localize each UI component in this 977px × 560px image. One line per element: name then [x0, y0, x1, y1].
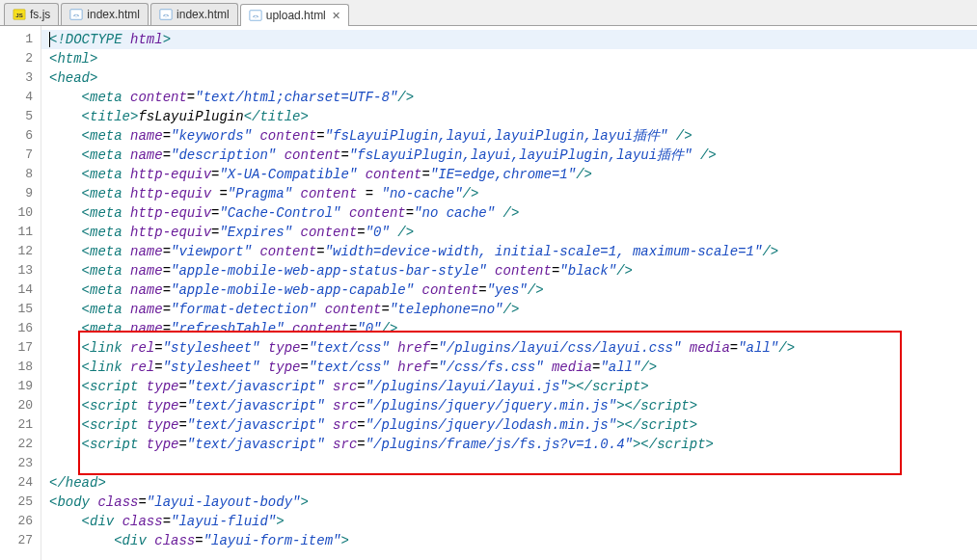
- svg-text:<>: <>: [253, 13, 258, 19]
- line-number: 21: [0, 415, 41, 435]
- editor-tab-2[interactable]: <>index.html: [150, 3, 238, 25]
- code-line[interactable]: <link rel="stylesheet" type="text/css" h…: [41, 338, 977, 358]
- html-file-icon: <>: [249, 9, 262, 22]
- code-line[interactable]: <head>: [41, 68, 977, 88]
- line-number: 12: [0, 242, 41, 261]
- line-number: 5: [0, 107, 41, 126]
- tab-label: index.html: [87, 8, 140, 21]
- code-editor[interactable]: 1234567891011121314151617181920212223242…: [0, 26, 977, 560]
- code-line[interactable]: <meta name="description" content="fsLayu…: [41, 146, 977, 165]
- line-number: 24: [0, 473, 41, 493]
- code-line[interactable]: <body class="layui-layout-body">: [41, 493, 977, 512]
- line-number: 16: [0, 319, 41, 338]
- js-file-icon: JS: [13, 8, 26, 21]
- code-line[interactable]: <meta http-equiv ="Pragma" content = "no…: [41, 184, 977, 203]
- line-number: 14: [0, 280, 41, 300]
- line-number: 10: [0, 203, 41, 223]
- code-line[interactable]: <meta http-equiv="X-UA-Compatible" conte…: [41, 165, 977, 184]
- line-number: 6: [0, 126, 41, 146]
- tab-label: upload.html: [266, 9, 326, 22]
- line-number: 19: [0, 377, 41, 396]
- svg-text:<>: <>: [73, 13, 79, 18]
- code-line[interactable]: <script type="text/javascript" src="/plu…: [41, 415, 977, 435]
- code-line[interactable]: <meta name="apple-mobile-web-app-capable…: [41, 280, 977, 300]
- code-line[interactable]: <title>fsLayuiPlugin</title>: [41, 107, 977, 126]
- line-number: 9: [0, 184, 41, 203]
- editor-tab-3[interactable]: <>upload.html✕: [240, 4, 349, 26]
- html-file-icon: <>: [159, 8, 173, 21]
- line-number: 23: [0, 454, 41, 473]
- code-line[interactable]: <meta name="keywords" content="fsLayuiPl…: [41, 126, 977, 146]
- tab-close-icon[interactable]: ✕: [332, 10, 340, 22]
- line-number: 22: [0, 435, 41, 454]
- line-number: 25: [0, 493, 41, 512]
- line-number: 1: [0, 30, 41, 49]
- code-line[interactable]: <!DOCTYPE html>: [41, 30, 977, 49]
- editor-tabbar: JSfs.js<>index.html<>index.html<>upload.…: [0, 0, 977, 26]
- svg-text:JS: JS: [15, 12, 22, 18]
- code-line[interactable]: <script type="text/javascript" src="/plu…: [41, 396, 977, 415]
- line-number: 17: [0, 338, 41, 358]
- code-line[interactable]: <meta name="format-detection" content="t…: [41, 300, 977, 319]
- tab-label: fs.js: [30, 8, 50, 21]
- line-number: 4: [0, 88, 41, 107]
- line-number: 26: [0, 512, 41, 531]
- line-number: 15: [0, 300, 41, 319]
- editor-tab-0[interactable]: JSfs.js: [4, 3, 59, 25]
- code-line[interactable]: <meta name="apple-mobile-web-app-status-…: [41, 261, 977, 280]
- code-line[interactable]: <meta name="viewport" content="width=dev…: [41, 242, 977, 261]
- svg-text:<>: <>: [163, 13, 169, 18]
- html-file-icon: <>: [69, 8, 83, 21]
- line-number: 2: [0, 49, 41, 68]
- line-number: 3: [0, 68, 41, 88]
- code-line[interactable]: [41, 454, 977, 473]
- code-area[interactable]: <!DOCTYPE html><html><head> <meta conten…: [41, 26, 977, 560]
- code-line[interactable]: <meta http-equiv="Expires" content="0" /…: [41, 223, 977, 242]
- line-number: 27: [0, 531, 41, 550]
- editor-tab-1[interactable]: <>index.html: [61, 3, 149, 25]
- code-line[interactable]: <div class="layui-form-item">: [41, 531, 977, 550]
- code-line[interactable]: <html>: [41, 49, 977, 68]
- line-number-gutter: 1234567891011121314151617181920212223242…: [0, 26, 41, 560]
- code-line[interactable]: <script type="text/javascript" src="/plu…: [41, 435, 977, 454]
- code-line[interactable]: <div class="layui-fluid">: [41, 512, 977, 531]
- line-number: 20: [0, 396, 41, 415]
- code-line[interactable]: <link rel="stylesheet" type="text/css" h…: [41, 358, 977, 377]
- code-line[interactable]: <script type="text/javascript" src="/plu…: [41, 377, 977, 396]
- code-line[interactable]: <meta http-equiv="Cache-Control" content…: [41, 203, 977, 223]
- code-line[interactable]: </head>: [41, 473, 977, 493]
- line-number: 7: [0, 146, 41, 165]
- line-number: 8: [0, 165, 41, 184]
- line-number: 13: [0, 261, 41, 280]
- code-line[interactable]: <meta content="text/html;charset=UTF-8"/…: [41, 88, 977, 107]
- line-number: 11: [0, 223, 41, 242]
- line-number: 18: [0, 358, 41, 377]
- tab-label: index.html: [176, 8, 230, 21]
- code-line[interactable]: <meta name="refreshTable" content="0"/>: [41, 319, 977, 338]
